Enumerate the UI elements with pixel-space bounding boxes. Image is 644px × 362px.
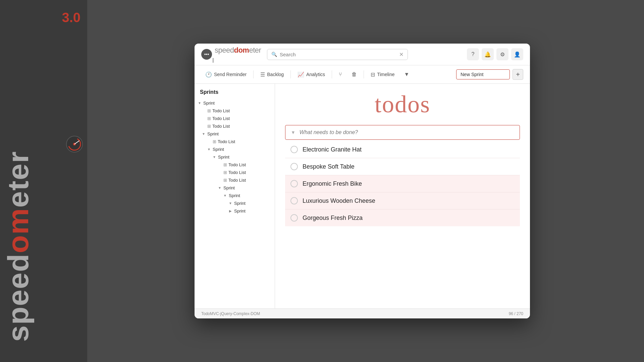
- chevron-down-icon: ▼: [197, 101, 202, 105]
- header: ••• speeddometer ‖ 🔍 ✕ ? 🔔 ⚙: [195, 44, 530, 65]
- header-icons: ? 🔔 ⚙ 👤: [467, 48, 523, 60]
- speedometer-background: speedometer 3.0: [0, 0, 87, 362]
- sidebar-item-label: Sprint: [213, 147, 224, 152]
- sidebar-item-label: Sprint: [218, 155, 229, 160]
- filter-button[interactable]: ▼: [400, 69, 414, 79]
- search-clear-icon[interactable]: ✕: [399, 51, 404, 58]
- sidebar-item-todo-3[interactable]: ⊞ Todo List: [195, 122, 275, 130]
- plus-icon: +: [516, 71, 520, 78]
- trash-icon: 🗑: [352, 71, 357, 77]
- chevron-down-icon: ▼: [217, 186, 222, 190]
- help-button[interactable]: ?: [467, 48, 479, 60]
- sidebar-item-label: Sprint: [234, 201, 246, 206]
- grid-icon: ⊞: [223, 162, 227, 167]
- todo-text-4: Gorgeous Fresh Pizza: [303, 215, 515, 222]
- todo-text-1: Bespoke Soft Table: [303, 163, 515, 170]
- todo-text-3: Luxurious Wooden Cheese: [303, 197, 515, 204]
- app-window: ••• speeddometer ‖ 🔍 ✕ ? 🔔 ⚙: [195, 44, 530, 318]
- todo-text-0: Electronic Granite Hat: [303, 146, 515, 153]
- sidebar-item-sprint-2[interactable]: ▼ Sprint: [195, 145, 275, 153]
- backlog-label: Backlog: [267, 72, 284, 77]
- fork-button[interactable]: ⑂: [335, 69, 346, 79]
- todo-item-3: Luxurious Wooden Cheese: [285, 192, 520, 209]
- notification-icon: 🔔: [484, 51, 491, 58]
- new-sprint-input[interactable]: [456, 69, 510, 79]
- logo-text: speeddometer: [215, 46, 261, 55]
- pause-symbol: ‖: [212, 57, 261, 63]
- todos-title: todos: [285, 90, 520, 118]
- sidebar-item-todo-6[interactable]: ⊞ Todo List: [195, 169, 275, 176]
- sidebar-item-sprint-5[interactable]: ▼ Sprint: [195, 192, 275, 199]
- new-todo-row[interactable]: ▼: [285, 125, 520, 140]
- send-reminder-button[interactable]: 🕐 Send Reminder: [201, 69, 251, 80]
- framework-label: TodoMVC-jQuery-Complex-DOM: [201, 311, 260, 316]
- settings-button[interactable]: ⚙: [496, 48, 508, 60]
- speedometer-word: speedometer: [3, 151, 33, 342]
- item-count: 96 / 270: [509, 311, 523, 316]
- todo-radio-0[interactable]: [290, 146, 298, 153]
- sidebar-item-label: Todo List: [228, 162, 246, 167]
- logo-speed: speed: [215, 46, 234, 54]
- sidebar-item-todo-2[interactable]: ⊞ Todo List: [195, 115, 275, 122]
- toolbar: 🕐 Send Reminder ☰ Backlog 📈 Analytics ⑂ …: [195, 65, 530, 84]
- sidebar-title: Sprints: [195, 89, 275, 99]
- sidebar-item-label: Todo List: [228, 178, 246, 183]
- grid-icon: ⊞: [213, 139, 216, 144]
- help-icon: ?: [472, 51, 475, 57]
- sidebar-item-sprint-1[interactable]: ▼ Sprint: [195, 130, 275, 138]
- backlog-button[interactable]: ☰ Backlog: [256, 69, 288, 80]
- user-button[interactable]: 👤: [511, 48, 523, 60]
- delete-button[interactable]: 🗑: [347, 69, 361, 79]
- sidebar-item-label: Todo List: [212, 116, 230, 121]
- sidebar-item-sprint-0[interactable]: ▼ Sprint: [195, 99, 275, 107]
- sidebar-item-sprint-6b[interactable]: ▶ Sprint: [195, 207, 275, 215]
- todo-area: todos ▼ Electronic Granite Hat Bespoke S…: [275, 84, 530, 308]
- timeline-label: Timeline: [377, 72, 394, 77]
- sidebar-item-label: Sprint: [207, 131, 219, 136]
- separator-2: [290, 70, 291, 78]
- sidebar-item-todo-7[interactable]: ⊞ Todo List: [195, 176, 275, 184]
- chevron-down-icon: ▼: [228, 201, 233, 205]
- sidebar-item-label: Todo List: [218, 139, 235, 144]
- sidebar-item-sprint-6a[interactable]: ▼ Sprint: [195, 199, 275, 207]
- search-bar[interactable]: 🔍 ✕: [267, 49, 408, 60]
- new-todo-input[interactable]: [300, 129, 514, 135]
- todo-radio-4[interactable]: [290, 214, 298, 222]
- timeline-button[interactable]: ⊟ Timeline: [367, 69, 398, 80]
- sidebar-item-label: Sprint: [229, 193, 240, 198]
- status-bar: TodoMVC-jQuery-Complex-DOM 96 / 270: [195, 308, 530, 318]
- sidebar-item-todo-5[interactable]: ⊞ Todo List: [195, 161, 275, 169]
- todo-text-2: Ergonomic Fresh Bike: [303, 180, 515, 187]
- search-icon: 🔍: [271, 52, 277, 57]
- sidebar-item-sprint-3[interactable]: ▼ Sprint: [195, 153, 275, 161]
- logo-area: ••• speeddometer ‖: [201, 46, 262, 63]
- todo-item-1: Bespoke Soft Table: [285, 158, 520, 175]
- sidebar-item-label: Todo List: [228, 170, 246, 175]
- todo-radio-2[interactable]: [290, 180, 298, 187]
- sidebar-item-label: Sprint: [223, 185, 235, 190]
- separator-1: [253, 70, 254, 78]
- chevron-down-icon: ▼: [212, 155, 217, 159]
- sidebar: Sprints ▼ Sprint ⊞ Todo List ⊞ Todo List…: [195, 84, 275, 308]
- send-reminder-label: Send Reminder: [214, 72, 247, 77]
- add-sprint-button[interactable]: +: [513, 69, 523, 80]
- todo-radio-1[interactable]: [290, 163, 298, 170]
- sidebar-item-todo-4[interactable]: ⊞ Todo List: [195, 138, 275, 145]
- new-todo-chevron-icon: ▼: [291, 130, 296, 135]
- sidebar-item-label: Sprint: [203, 101, 215, 106]
- notification-button[interactable]: 🔔: [482, 48, 494, 60]
- todo-item-0: Electronic Granite Hat: [285, 141, 520, 158]
- logo-eter: eter: [249, 46, 261, 54]
- list-icon: ☰: [260, 71, 265, 78]
- chevron-down-icon: ▼: [201, 132, 206, 136]
- grid-icon: ⊞: [223, 170, 227, 175]
- logo-icon: •••: [201, 49, 212, 60]
- todo-radio-3[interactable]: [290, 197, 298, 204]
- analytics-button[interactable]: 📈 Analytics: [293, 69, 329, 80]
- chevron-down-icon: ▼: [207, 147, 211, 151]
- sidebar-item-sprint-4[interactable]: ▼ Sprint: [195, 184, 275, 192]
- separator-3: [332, 70, 332, 78]
- grid-icon: ⊞: [207, 108, 211, 113]
- search-input[interactable]: [280, 52, 396, 57]
- sidebar-item-todo-1[interactable]: ⊞ Todo List: [195, 107, 275, 115]
